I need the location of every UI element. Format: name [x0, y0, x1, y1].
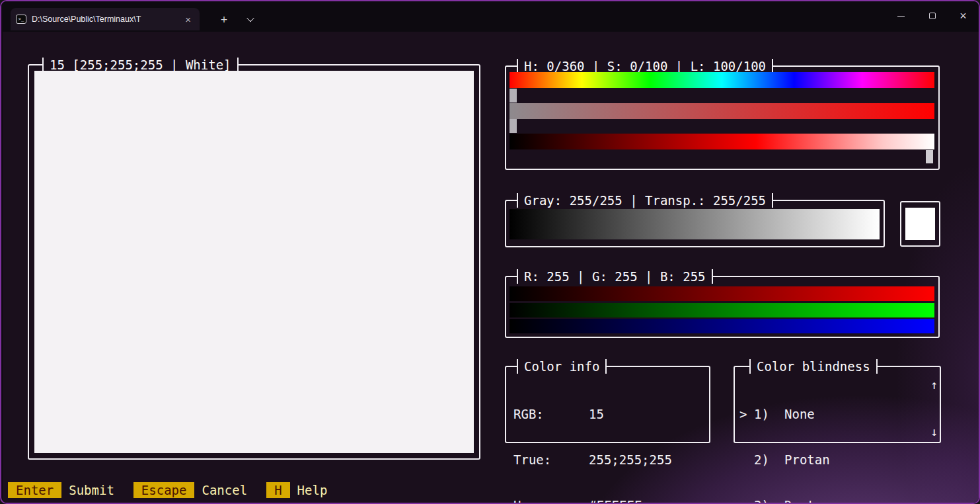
lightness-slider-handle[interactable]: [926, 150, 933, 163]
help-key-badge[interactable]: H: [266, 482, 289, 498]
blindness-option-deutan[interactable]: 3)Deutan: [739, 498, 830, 504]
maximize-button[interactable]: [917, 1, 948, 30]
info-label: Hex:: [513, 498, 589, 504]
blindness-list: >1)None 2)Protan 3)Deutan 4)Tritan: [739, 376, 830, 504]
rgb-title: R: 255 | G: 255 | B: 255: [517, 269, 713, 284]
rgb-box: R: 255 | G: 255 | B: 255: [505, 276, 940, 338]
escape-key-badge[interactable]: Escape: [133, 482, 195, 498]
new-tab-button[interactable]: +: [211, 9, 237, 29]
option-number: 2): [754, 452, 784, 468]
tab-dropdown-button[interactable]: [238, 9, 263, 29]
command-prompt-icon: >_: [16, 15, 26, 24]
hsl-title: H: 0/360 | S: 0/100 | L: 100/100: [517, 59, 773, 73]
hsl-box: H: 0/360 | S: 0/100 | L: 100/100: [505, 65, 940, 170]
color-info-box: Color info RGB:15 True:255;255;255 Hex:#…: [505, 366, 710, 443]
minimize-icon: [897, 16, 905, 17]
terminal-screen: 15 [255;255;255 | White] H: 0/360 | S: 0…: [3, 32, 980, 504]
color-info-title: Color info: [517, 359, 607, 374]
gray-title: Gray: 255/255 | Transp.: 255/255: [517, 193, 773, 208]
chevron-down-icon: [246, 15, 254, 22]
hue-slider-handle[interactable]: [509, 89, 517, 103]
info-label: True:: [513, 452, 589, 468]
color-blindness-box: Color blindness >1)None 2)Protan 3)Deuta…: [734, 366, 941, 443]
green-slider[interactable]: [509, 303, 934, 317]
scroll-down-icon[interactable]: ↓: [930, 425, 938, 439]
current-color-swatch: [905, 208, 935, 240]
saturation-slider[interactable]: [509, 103, 934, 119]
maximize-icon: [929, 13, 936, 19]
help-key-action: Help: [297, 483, 328, 497]
scroll-up-icon[interactable]: ↑: [930, 378, 938, 392]
option-number: 1): [754, 407, 784, 422]
color-preview-box: 15 [255;255;255 | White]: [28, 64, 480, 460]
info-value: 255;255;255: [589, 452, 672, 467]
blindness-option-protan[interactable]: 2)Protan: [739, 452, 830, 468]
blindness-option-none[interactable]: >1)None: [739, 407, 830, 422]
info-label: RGB:: [513, 407, 589, 422]
tab-close-icon[interactable]: ×: [182, 14, 194, 25]
keybinding-bar: Enter Submit Escape Cancel H Help: [8, 482, 346, 498]
preview-title: 15 [255;255;255 | White]: [42, 58, 239, 72]
enter-key-badge[interactable]: Enter: [8, 482, 61, 498]
titlebar: >_ D:\Source\Public\Terminaux\T × + ×: [1, 1, 979, 30]
enter-key-action: Submit: [69, 483, 114, 497]
tab-title: D:\Source\Public\Terminaux\T: [32, 15, 178, 24]
escape-key-action: Cancel: [202, 483, 247, 497]
option-label: Protan: [784, 452, 830, 467]
terminal-tab[interactable]: >_ D:\Source\Public\Terminaux\T ×: [11, 8, 200, 30]
hue-slider[interactable]: [509, 72, 934, 88]
close-icon: ×: [960, 9, 967, 23]
info-row-true: True:255;255;255: [513, 452, 679, 468]
option-label: None: [784, 407, 815, 421]
window-controls: ×: [886, 1, 979, 30]
selection-marker: >: [739, 407, 754, 422]
gray-slider[interactable]: [509, 209, 880, 239]
close-button[interactable]: ×: [948, 1, 979, 30]
color-blindness-title: Color blindness: [749, 359, 878, 374]
option-label: Deutan: [784, 498, 830, 504]
red-slider[interactable]: [509, 286, 934, 301]
lightness-slider[interactable]: [509, 134, 934, 149]
blue-slider[interactable]: [509, 319, 934, 333]
current-color-box: [900, 201, 940, 247]
color-preview-swatch: [34, 71, 474, 453]
info-row-hex: Hex:#FFFFFF: [513, 498, 679, 504]
info-row-rgb: RGB:15: [513, 407, 679, 422]
info-value: #FFFFFF: [589, 498, 642, 504]
color-info-rows: RGB:15 True:255;255;255 Hex:#FFFFFF Type…: [513, 376, 679, 504]
info-value: 15: [589, 407, 604, 421]
gray-box: Gray: 255/255 | Transp.: 255/255: [505, 200, 885, 247]
minimize-button[interactable]: [886, 1, 917, 30]
terminal-window: >_ D:\Source\Public\Terminaux\T × + × 15…: [0, 0, 980, 504]
option-number: 3): [754, 498, 784, 504]
saturation-slider-handle[interactable]: [509, 119, 517, 133]
